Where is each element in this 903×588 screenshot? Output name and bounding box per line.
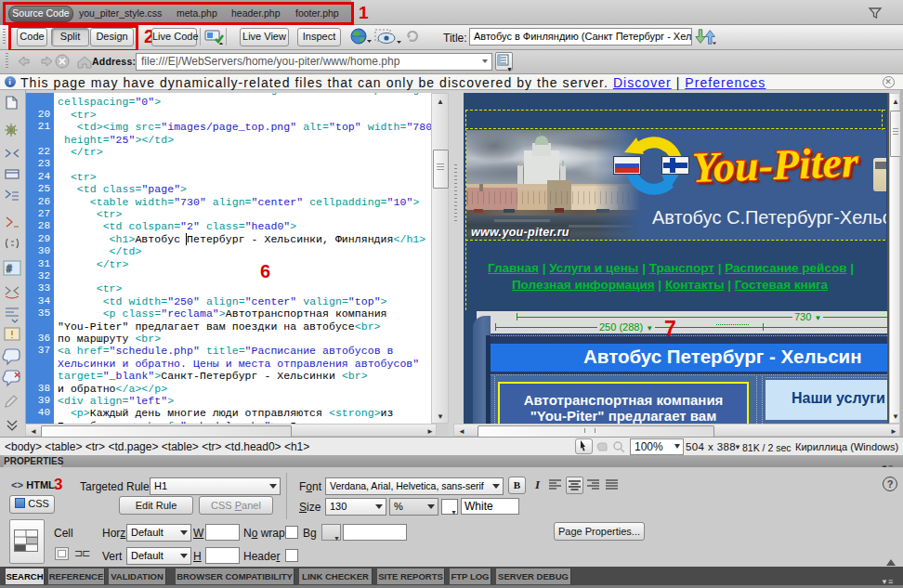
svg-text:#: # [7,264,12,274]
